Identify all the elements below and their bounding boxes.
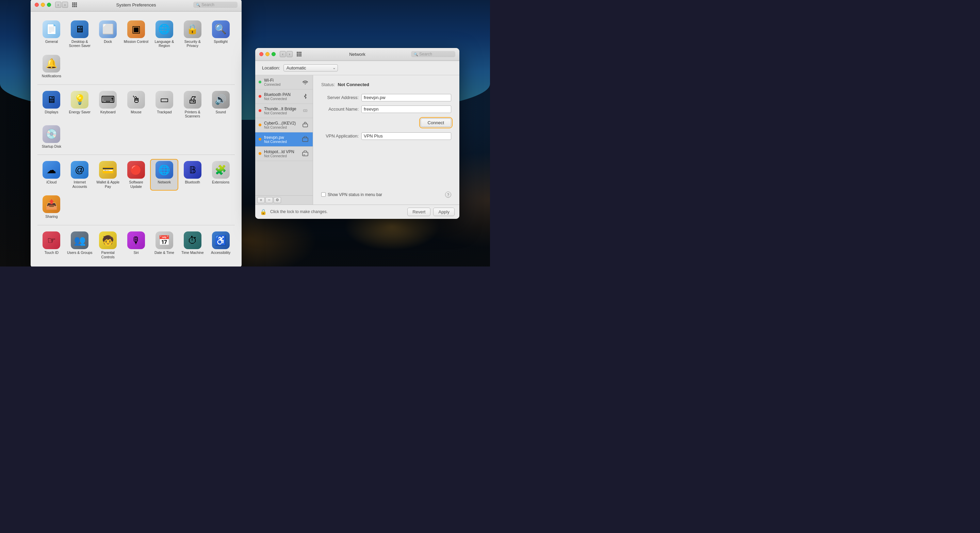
pref-item-network[interactable]: 🌐Network bbox=[150, 159, 178, 191]
pref-item-security[interactable]: 🔒Security & Privacy bbox=[178, 18, 207, 50]
network-item-wifi[interactable]: Wi-FiConnected bbox=[255, 75, 313, 89]
network-maximize-button[interactable] bbox=[272, 52, 275, 56]
net-icon-cyberg bbox=[301, 121, 309, 129]
pref-item-mouse[interactable]: 🖱Mouse bbox=[122, 89, 150, 121]
network-item-bluetooth-pan[interactable]: Bluetooth PANNot Connected bbox=[255, 89, 313, 104]
status-label: Status: bbox=[321, 82, 335, 87]
show-vpn-label: Show VPN status in menu bar bbox=[328, 192, 382, 197]
account-name-input[interactable] bbox=[361, 105, 451, 113]
pref-item-siri[interactable]: 🎙Siri bbox=[122, 229, 150, 261]
vpn-status-check: Show VPN status in menu bar ? bbox=[321, 192, 451, 198]
network-minimize-button[interactable] bbox=[266, 52, 269, 56]
status-dot-thunderbolt bbox=[259, 109, 261, 112]
pref-item-printers[interactable]: 🖨Printers & Scanners bbox=[178, 89, 207, 121]
network-item-hotspot[interactable]: Hotspot...ld VPNNot Connected bbox=[255, 147, 313, 161]
pref-item-icloud[interactable]: ☁iCloud bbox=[37, 159, 66, 191]
pref-item-software[interactable]: 🔴Software Update bbox=[122, 159, 150, 191]
net-name-cyberg: CyberG...(IKEV2) bbox=[264, 121, 298, 126]
syspref-grid-button[interactable] bbox=[72, 2, 78, 8]
location-label: Location: bbox=[262, 65, 280, 70]
datetime-icon: 📅 bbox=[156, 231, 173, 249]
pref-item-touchid[interactable]: ☞Touch ID bbox=[37, 229, 66, 261]
pref-item-sharing[interactable]: 📤Sharing bbox=[37, 193, 66, 221]
vpn-application-value: VPN Plus bbox=[361, 132, 451, 140]
network-item-cyberg[interactable]: CyberG...(IKEV2)Not Connected bbox=[255, 118, 313, 132]
network-back-button[interactable]: ‹ bbox=[280, 51, 286, 57]
network-list: Wi-FiConnectedBluetooth PANNot Connected… bbox=[255, 75, 313, 196]
svg-point-0 bbox=[303, 110, 304, 111]
pref-item-users[interactable]: 👥Users & Groups bbox=[66, 229, 94, 261]
pref-item-startup[interactable]: 💿Startup Disk bbox=[37, 123, 66, 151]
language-icon: 🌐 bbox=[156, 21, 173, 38]
vpn-application-label: VPN Application: bbox=[321, 134, 359, 138]
status-dot-hotspot bbox=[259, 152, 261, 155]
pref-item-datetime[interactable]: 📅Date & Time bbox=[150, 229, 178, 261]
displays-icon: 🖥 bbox=[43, 91, 60, 108]
energy-icon: 💡 bbox=[71, 91, 89, 108]
network-traffic-lights bbox=[259, 52, 275, 56]
status-dot-cyberg bbox=[259, 124, 261, 126]
add-connection-button[interactable]: + bbox=[257, 197, 265, 203]
pref-item-notifications[interactable]: 🔔Notifications bbox=[37, 53, 66, 80]
dock-label: Dock bbox=[104, 40, 112, 44]
pref-item-spotlight[interactable]: 🔍Spotlight bbox=[207, 18, 235, 50]
syspref-maximize-button[interactable] bbox=[47, 3, 51, 7]
syspref-search[interactable]: 🔍 Search bbox=[193, 2, 237, 8]
pref-item-bluetooth[interactable]: 𝔹Bluetooth bbox=[178, 159, 207, 191]
startup-icon: 💿 bbox=[43, 125, 60, 143]
pref-grid: 📄General🖥Desktop & Screen Saver⬜Dock▣Mis… bbox=[37, 18, 235, 261]
pref-item-wallet[interactable]: 💳Wallet & Apple Pay bbox=[94, 159, 122, 191]
server-address-input[interactable] bbox=[361, 94, 451, 102]
pref-item-trackpad[interactable]: ▭Trackpad bbox=[150, 89, 178, 121]
revert-button[interactable]: Revert bbox=[407, 208, 430, 216]
language-label: Language & Region bbox=[151, 40, 177, 48]
network-search[interactable]: 🔍 Search bbox=[411, 51, 455, 57]
grid-icon bbox=[72, 2, 77, 7]
internet-label: Internet Accounts bbox=[67, 180, 92, 189]
pref-item-general[interactable]: 📄General bbox=[37, 18, 66, 50]
network-close-button[interactable] bbox=[259, 52, 263, 56]
pref-item-extensions[interactable]: 🧩Extensions bbox=[207, 159, 235, 191]
net-name-wifi: Wi-Fi bbox=[264, 78, 298, 83]
wallet-label: Wallet & Apple Pay bbox=[95, 180, 121, 189]
startup-label: Startup Disk bbox=[42, 144, 61, 149]
network-grid-button[interactable] bbox=[296, 51, 302, 57]
network-item-freevpn[interactable]: freevpn.pwNot Connected bbox=[255, 132, 313, 147]
syspref-back-button[interactable]: ‹ bbox=[55, 2, 61, 8]
lock-icon[interactable]: 🔒 bbox=[260, 208, 267, 215]
apply-button[interactable]: Apply bbox=[433, 208, 455, 216]
network-forward-button[interactable]: › bbox=[286, 51, 293, 57]
network-titlebar: ‹ › Network 🔍 Search bbox=[255, 48, 460, 61]
location-select[interactable]: Automatic bbox=[283, 64, 338, 72]
connection-gear-button[interactable]: ⚙ bbox=[274, 197, 281, 203]
network-nav: ‹ › bbox=[280, 51, 293, 57]
remove-connection-button[interactable]: − bbox=[266, 197, 273, 203]
pref-item-parental[interactable]: 🧒Parental Controls bbox=[94, 229, 122, 261]
pref-item-language[interactable]: 🌐Language & Region bbox=[150, 18, 178, 50]
pref-item-desktop[interactable]: 🖥Desktop & Screen Saver bbox=[66, 18, 94, 50]
syspref-forward-button[interactable]: › bbox=[62, 2, 68, 8]
pref-item-timemachine[interactable]: ⏱Time Machine bbox=[178, 229, 207, 261]
pref-item-keyboard[interactable]: ⌨Keyboard bbox=[94, 89, 122, 121]
syspref-minimize-button[interactable] bbox=[41, 3, 45, 7]
help-button[interactable]: ? bbox=[445, 192, 451, 198]
vpn-app-row: VPN Application: VPN Plus bbox=[321, 132, 451, 140]
pref-item-mission[interactable]: ▣Mission Control bbox=[122, 18, 150, 50]
pref-item-internet[interactable]: @Internet Accounts bbox=[66, 159, 94, 191]
network-item-thunderbolt[interactable]: Thunde...lt BridgeNot Connected bbox=[255, 104, 313, 118]
printers-icon: 🖨 bbox=[184, 91, 202, 108]
pref-item-displays[interactable]: 🖥Displays bbox=[37, 89, 66, 121]
pref-item-dock[interactable]: ⬜Dock bbox=[94, 18, 122, 50]
pref-item-energy[interactable]: 💡Energy Saver bbox=[66, 89, 94, 121]
users-label: Users & Groups bbox=[67, 250, 92, 255]
connect-button[interactable]: Connect bbox=[421, 118, 451, 127]
general-icon: 📄 bbox=[43, 21, 60, 38]
syspref-close-button[interactable] bbox=[35, 3, 39, 7]
pref-item-accessibility[interactable]: ♿Accessibility bbox=[207, 229, 235, 261]
pref-item-sound[interactable]: 🔊Sound bbox=[207, 89, 235, 121]
security-icon: 🔒 bbox=[184, 21, 202, 38]
bluetooth-label: Bluetooth bbox=[185, 180, 200, 185]
net-icon-thunderbolt bbox=[301, 107, 309, 115]
accessibility-icon: ♿ bbox=[212, 231, 230, 249]
show-vpn-checkbox[interactable] bbox=[321, 192, 326, 197]
